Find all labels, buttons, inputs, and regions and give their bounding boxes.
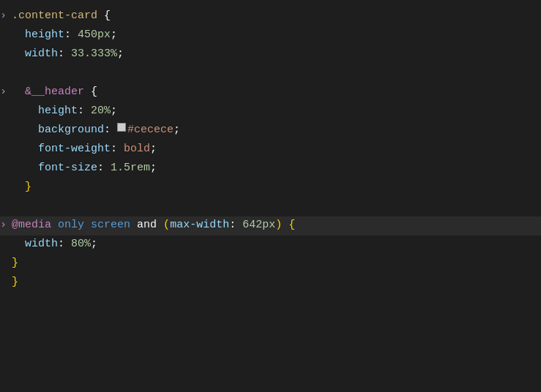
token-white <box>130 216 137 234</box>
code-line: › &__header { <box>0 83 541 102</box>
token-property: width <box>25 45 58 63</box>
token-at: @media <box>12 216 51 234</box>
token-property: height <box>38 102 78 120</box>
token-colon: : <box>229 216 242 234</box>
code-line: width: 33.333%; <box>0 45 541 64</box>
indent <box>12 178 25 196</box>
code-line: ›@media only screen and (max-width: 642p… <box>0 216 541 235</box>
code-line: height: 450px; <box>0 26 541 45</box>
indent <box>12 235 25 253</box>
fold-arrow: › <box>0 216 12 234</box>
token-punct: ; <box>150 140 157 158</box>
token-colon: : <box>78 102 91 120</box>
token-colon: : <box>104 121 117 139</box>
token-ampersand: &__header <box>25 83 84 101</box>
code-line: height: 20%; <box>0 102 541 121</box>
token-media-feature: max-width <box>170 216 229 234</box>
token-number: 450px <box>78 26 111 44</box>
token-selector: .content-card <box>12 7 97 25</box>
indent <box>12 26 25 44</box>
token-white <box>51 216 58 234</box>
code-line <box>0 64 541 83</box>
line-content: } <box>12 178 534 196</box>
token-paren: ( <box>163 216 170 234</box>
code-line: font-weight: bold; <box>0 140 541 159</box>
token-number: 33.333% <box>71 45 117 63</box>
line-content: height: 450px; <box>12 26 534 44</box>
line-content: width: 33.333%; <box>12 45 534 63</box>
line-content: } <box>12 274 534 291</box>
line-content: background: #cecece; <box>12 121 534 139</box>
token-colon: : <box>97 159 111 177</box>
line-content: &__header { <box>12 83 534 101</box>
indent <box>12 159 38 177</box>
token-closing: } <box>25 178 31 196</box>
token-property: height <box>25 26 64 44</box>
token-punct: ; <box>174 121 180 139</box>
token-property: background <box>38 121 104 139</box>
token-property: font-weight <box>38 140 111 158</box>
fold-arrow: › <box>0 7 12 25</box>
indent <box>12 121 38 139</box>
code-editor: ›.content-card { height: 450px; width: 3… <box>0 0 541 392</box>
token-punct: ; <box>150 159 157 177</box>
token-closing: } <box>12 255 18 272</box>
token-colon: : <box>64 26 78 44</box>
token-white <box>97 7 104 25</box>
token-white: and <box>137 216 157 234</box>
code-line <box>0 197 541 216</box>
token-paren: ) <box>275 216 282 234</box>
line-content: } <box>12 255 534 272</box>
token-white <box>282 216 288 234</box>
indent <box>12 102 38 120</box>
fold-arrow: › <box>0 83 12 101</box>
token-property: font-size <box>38 159 97 177</box>
token-punct: ; <box>111 102 117 120</box>
token-colon: : <box>58 45 71 63</box>
token-punct: ; <box>117 45 124 63</box>
indent <box>12 140 38 158</box>
token-colon: : <box>58 235 71 253</box>
color-swatch <box>117 123 126 132</box>
line-content: font-size: 1.5rem; <box>12 159 534 177</box>
line-content: @media only screen and (max-width: 642px… <box>12 216 534 234</box>
token-bold-val: bold <box>124 140 150 158</box>
code-line: ›.content-card { <box>0 7 541 26</box>
token-closing: } <box>12 274 18 291</box>
token-number: 80% <box>71 235 91 253</box>
line-content: .content-card { <box>12 7 534 25</box>
token-punct: ; <box>91 235 97 253</box>
token-number: 1.5rem <box>111 159 150 177</box>
code-line: background: #cecece; <box>0 121 541 140</box>
token-hex: #cecece <box>127 121 174 139</box>
code-line: } <box>0 178 541 197</box>
token-white <box>84 83 91 101</box>
code-line: width: 80%; <box>0 235 541 255</box>
token-punct: ; <box>111 26 117 44</box>
line-content: height: 20%; <box>12 102 534 120</box>
token-property: width <box>25 235 58 253</box>
indent <box>12 45 25 63</box>
code-line: font-size: 1.5rem; <box>0 159 541 178</box>
token-number: 642px <box>242 216 275 234</box>
token-white <box>157 216 163 234</box>
token-punct: { <box>91 83 97 101</box>
line-content: width: 80%; <box>12 235 534 253</box>
code-line: } <box>0 255 541 274</box>
token-colon: : <box>111 140 124 158</box>
indent <box>12 83 25 101</box>
token-closing: { <box>288 216 295 234</box>
code-line: } <box>0 274 541 293</box>
line-content: font-weight: bold; <box>12 140 534 158</box>
token-number: 20% <box>91 102 111 120</box>
token-media-keyword: only screen <box>58 216 130 234</box>
token-punct: { <box>104 7 111 25</box>
